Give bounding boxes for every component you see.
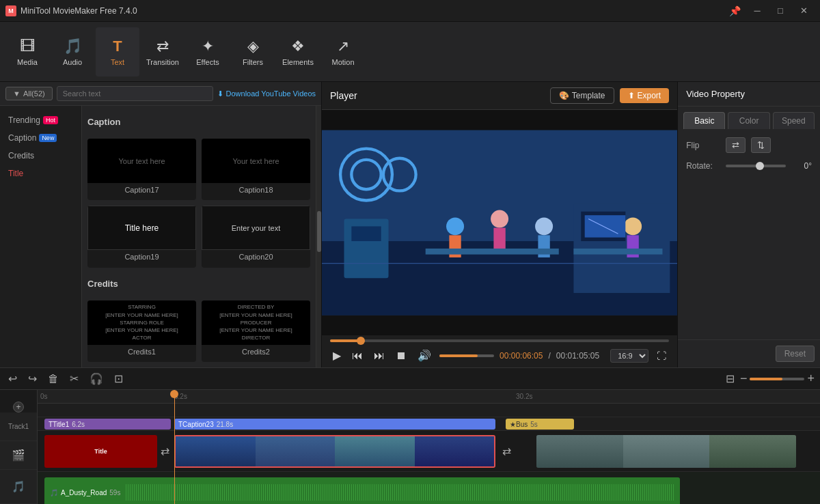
reset-button[interactable]: Reset (776, 346, 815, 362)
toolbar-text[interactable]: T Text (96, 27, 139, 76)
controls-row: ▶ ⏮ ⏭ ⏹ 🔊 00:00:06:05 / 00:01:05:05 16:9… (330, 348, 669, 363)
rotate-slider[interactable] (726, 165, 786, 167)
redo-button[interactable]: ↪ (25, 371, 40, 387)
swap-icon-right[interactable]: ⇄ (502, 445, 511, 458)
effects-label: Effects (196, 58, 219, 66)
next-frame-button[interactable]: ⏭ (371, 348, 387, 363)
maximize-button[interactable]: □ (769, 4, 791, 18)
rotate-label: Rotate: (686, 161, 720, 171)
scrollbar[interactable] (316, 106, 321, 367)
prev-frame-button[interactable]: ⏮ (349, 348, 366, 363)
sidebar-item-credits[interactable]: Credits (0, 147, 81, 165)
zoom-in-button[interactable]: + (807, 372, 815, 386)
audio-detach-button[interactable]: 🎧 (87, 371, 106, 387)
left-panel: ▼ All(52) ⬇ Download YouTube Videos Tren… (0, 82, 322, 367)
progress-bar[interactable] (330, 339, 669, 342)
list-item[interactable]: Your text here Caption17 (87, 139, 196, 200)
download-youtube-button[interactable]: ⬇ Download YouTube Videos (217, 89, 316, 98)
property-tabs: Basic Color Speed (678, 107, 820, 129)
filters-icon: ◈ (247, 38, 259, 55)
tracks-area: 0s 6.2s 30.2s T Title1 6.2s T (38, 390, 820, 504)
list-item[interactable]: DIRECTED BY[ENTER YOUR NAME HERE]PRODUCE… (202, 300, 310, 362)
split-view-button[interactable]: ⊟ (723, 371, 737, 387)
tab-color[interactable]: Color (728, 112, 769, 129)
export-button[interactable]: ⬆ Export (620, 88, 670, 103)
effects-icon: ✦ (202, 38, 214, 55)
audio-clip-label: A_Dusty_Road (61, 489, 107, 496)
close-button[interactable]: ✕ (793, 4, 815, 18)
template-button[interactable]: 🎨 Template (550, 87, 614, 104)
sidebar-item-caption[interactable]: Caption New (0, 129, 81, 147)
flip-row: Flip ⇄ ⇅ (686, 137, 812, 153)
clip-title1-label: Title1 (53, 421, 69, 428)
list-item[interactable]: STARRING[ENTER YOUR NAME HERE]STARRING R… (87, 300, 196, 362)
svg-rect-10 (493, 228, 505, 251)
toolbar-filters[interactable]: ◈ Filters (231, 27, 275, 76)
progress-handle[interactable] (357, 337, 365, 345)
flip-horizontal-button[interactable]: ⇄ (726, 137, 746, 153)
right-panel: Video Property Basic Color Speed Flip ⇄ … (677, 82, 820, 367)
title-overlay-label: Title (94, 448, 107, 455)
sidebar-item-trending[interactable]: Trending Hot (0, 111, 81, 129)
sidebar-item-title[interactable]: Title (0, 165, 81, 182)
toolbar-transition[interactable]: ⇄ Transition (141, 27, 184, 76)
toolbar: 🎞 Media 🎵 Audio T Text ⇄ Transition ✦ Ef… (0, 22, 820, 82)
audio-clip[interactable]: 🎵 A_Dusty_Road 59s (44, 477, 680, 504)
list-item[interactable]: Your text here Caption18 (202, 139, 310, 200)
toolbar-media[interactable]: 🎞 Media (5, 27, 49, 76)
stop-button[interactable]: ⏹ (393, 348, 409, 363)
clip-title1[interactable]: T Title1 6.2s (44, 419, 171, 430)
toolbar-audio[interactable]: 🎵 Audio (51, 27, 94, 76)
search-input[interactable] (57, 86, 214, 101)
flip-vertical-button[interactable]: ⇅ (751, 137, 771, 153)
elements-icon: ❖ (291, 38, 305, 55)
toolbar-motion[interactable]: ↗ Motion (321, 27, 365, 76)
volume-slider[interactable] (439, 354, 494, 357)
current-time: 00:00:06:05 (500, 351, 543, 361)
audio-icon-note: 🎵 (50, 489, 58, 496)
swap-icon-left[interactable]: ⇄ (161, 445, 169, 458)
clip-caption23[interactable]: T Caption23 21.8s (174, 419, 495, 430)
player-title: Player (330, 90, 545, 101)
zoom-slider[interactable] (750, 378, 804, 380)
credits-section-header: Credits (87, 273, 310, 295)
play-button[interactable]: ▶ (330, 348, 344, 363)
list-item[interactable]: Enter your text Caption20 (202, 206, 310, 267)
fullscreen-button[interactable]: ⛶ (654, 349, 669, 363)
rotate-row: Rotate: 0° (686, 161, 812, 171)
credits-label: Credits (8, 151, 34, 160)
undo-button[interactable]: ↩ (5, 371, 20, 387)
clip-caption23-duration: 21.8s (217, 421, 233, 428)
tab-speed[interactable]: Speed (773, 112, 815, 129)
cut-button[interactable]: ✂ (67, 371, 81, 387)
caption-track-row: T Title1 6.2s T Caption23 21.8s ★ Bus 5s (38, 417, 820, 431)
crop-button[interactable]: ⊡ (111, 371, 126, 387)
filter-arrow-icon: ▼ (13, 89, 20, 98)
time-mark-302: 30.2s (516, 393, 532, 400)
delete-button[interactable]: 🗑 (45, 372, 62, 387)
caption19-label: Caption19 (87, 250, 196, 264)
toolbar-elements[interactable]: ❖ Elements (276, 27, 320, 76)
all-filter-button[interactable]: ▼ All(52) (5, 87, 53, 100)
volume-button[interactable]: 🔊 (415, 348, 434, 363)
clip-bus[interactable]: ★ Bus 5s (506, 419, 574, 430)
minimize-button[interactable]: ─ (746, 4, 768, 18)
title-bar: M MiniTool MovieMaker Free 7.4.0 📌 ─ □ ✕ (0, 0, 820, 22)
pin-icon: 📌 (729, 5, 741, 16)
text-grid: Caption Your text here Caption17 Your te… (82, 106, 316, 367)
video-segment-main[interactable] (174, 435, 495, 468)
zoom-out-button[interactable]: − (740, 372, 748, 386)
export-icon: ⬆ (628, 91, 635, 100)
track1-label: Track1 (0, 412, 37, 441)
panel-title: Video Property (678, 82, 820, 107)
audio-track-label: 🎵 (0, 470, 37, 504)
video-segment-title[interactable]: Title (44, 435, 157, 468)
list-item[interactable]: Title here Caption19 (87, 206, 196, 267)
video-segment-second[interactable] (536, 435, 796, 468)
tab-basic[interactable]: Basic (683, 112, 725, 129)
add-track-button[interactable]: + (13, 402, 24, 412)
playhead[interactable] (174, 390, 175, 504)
toolbar-effects[interactable]: ✦ Effects (186, 27, 230, 76)
caption20-thumb: Enter your text (202, 206, 310, 250)
aspect-ratio-select[interactable]: 16:9 9:16 4:3 1:1 (610, 349, 648, 363)
